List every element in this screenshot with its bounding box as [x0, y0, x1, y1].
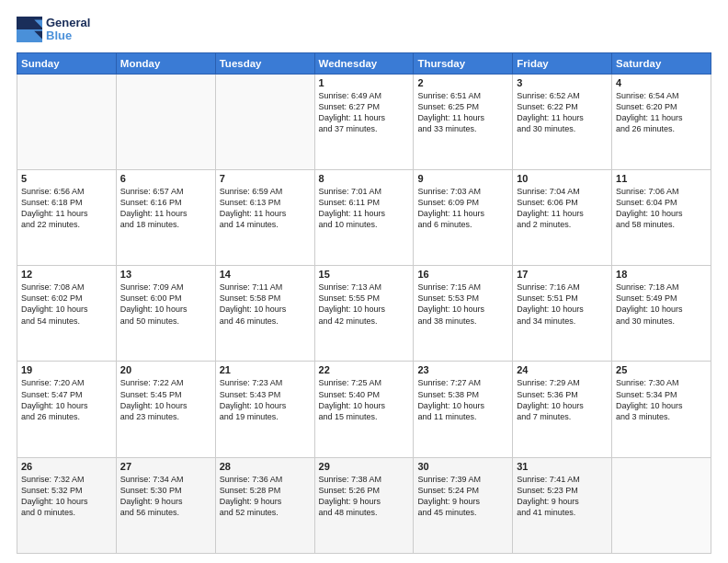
- calendar-week-5: 26Sunrise: 7:32 AM Sunset: 5:32 PM Dayli…: [17, 457, 711, 553]
- calendar-cell: 26Sunrise: 7:32 AM Sunset: 5:32 PM Dayli…: [17, 457, 117, 553]
- calendar-cell: 7Sunrise: 6:59 AM Sunset: 6:13 PM Daylig…: [215, 169, 314, 265]
- column-header-sunday: Sunday: [17, 52, 117, 74]
- day-number: 18: [616, 269, 707, 280]
- cell-content: Sunrise: 7:16 AM Sunset: 5:51 PM Dayligh…: [517, 282, 608, 327]
- calendar-week-2: 5Sunrise: 6:56 AM Sunset: 6:18 PM Daylig…: [17, 169, 711, 265]
- cell-content: Sunrise: 7:08 AM Sunset: 6:02 PM Dayligh…: [21, 282, 112, 327]
- calendar-cell: 19Sunrise: 7:20 AM Sunset: 5:47 PM Dayli…: [17, 362, 117, 457]
- cell-content: Sunrise: 7:39 AM Sunset: 5:24 PM Dayligh…: [417, 474, 508, 519]
- calendar-cell: 8Sunrise: 7:01 AM Sunset: 6:11 PM Daylig…: [314, 169, 414, 265]
- cell-content: Sunrise: 7:01 AM Sunset: 6:11 PM Dayligh…: [319, 186, 410, 231]
- calendar-cell: [612, 457, 711, 553]
- cell-content: Sunrise: 6:52 AM Sunset: 6:22 PM Dayligh…: [517, 90, 608, 135]
- day-number: 25: [616, 364, 707, 375]
- calendar-cell: [17, 74, 117, 169]
- calendar-cell: 27Sunrise: 7:34 AM Sunset: 5:30 PM Dayli…: [116, 457, 215, 553]
- calendar-cell: 21Sunrise: 7:23 AM Sunset: 5:43 PM Dayli…: [215, 362, 314, 457]
- calendar-cell: 15Sunrise: 7:13 AM Sunset: 5:55 PM Dayli…: [314, 266, 414, 362]
- calendar-cell: 31Sunrise: 7:41 AM Sunset: 5:23 PM Dayli…: [513, 457, 612, 553]
- day-number: 2: [417, 77, 508, 88]
- calendar-cell: 14Sunrise: 7:11 AM Sunset: 5:58 PM Dayli…: [215, 266, 314, 362]
- cell-content: Sunrise: 7:30 AM Sunset: 5:34 PM Dayligh…: [616, 377, 707, 422]
- calendar-table: SundayMondayTuesdayWednesdayThursdayFrid…: [17, 52, 711, 554]
- calendar-cell: 16Sunrise: 7:15 AM Sunset: 5:53 PM Dayli…: [414, 266, 513, 362]
- day-number: 1: [319, 77, 410, 88]
- calendar-cell: 25Sunrise: 7:30 AM Sunset: 5:34 PM Dayli…: [612, 362, 711, 457]
- cell-content: Sunrise: 6:56 AM Sunset: 6:18 PM Dayligh…: [21, 186, 112, 231]
- logo-text: General Blue: [46, 17, 90, 43]
- day-number: 17: [517, 269, 608, 280]
- column-header-friday: Friday: [513, 52, 612, 74]
- cell-content: Sunrise: 7:22 AM Sunset: 5:45 PM Dayligh…: [120, 377, 211, 422]
- column-header-saturday: Saturday: [612, 52, 711, 74]
- day-number: 27: [120, 461, 211, 472]
- logo: General Blue: [17, 17, 90, 43]
- calendar-week-3: 12Sunrise: 7:08 AM Sunset: 6:02 PM Dayli…: [17, 266, 711, 362]
- cell-content: Sunrise: 6:49 AM Sunset: 6:27 PM Dayligh…: [319, 90, 410, 135]
- day-number: 28: [220, 461, 311, 472]
- day-number: 10: [517, 173, 608, 184]
- day-number: 8: [319, 173, 410, 184]
- day-number: 30: [417, 461, 508, 472]
- calendar-cell: 6Sunrise: 6:57 AM Sunset: 6:16 PM Daylig…: [116, 169, 215, 265]
- cell-content: Sunrise: 7:03 AM Sunset: 6:09 PM Dayligh…: [417, 186, 508, 231]
- calendar-cell: 5Sunrise: 6:56 AM Sunset: 6:18 PM Daylig…: [17, 169, 117, 265]
- calendar-cell: 9Sunrise: 7:03 AM Sunset: 6:09 PM Daylig…: [414, 169, 513, 265]
- column-header-tuesday: Tuesday: [215, 52, 314, 74]
- cell-content: Sunrise: 7:06 AM Sunset: 6:04 PM Dayligh…: [616, 186, 707, 231]
- day-number: 13: [120, 269, 211, 280]
- cell-content: Sunrise: 6:57 AM Sunset: 6:16 PM Dayligh…: [120, 186, 211, 231]
- day-number: 5: [21, 173, 112, 184]
- day-number: 9: [417, 173, 508, 184]
- calendar-cell: 24Sunrise: 7:29 AM Sunset: 5:36 PM Dayli…: [513, 362, 612, 457]
- cell-content: Sunrise: 6:51 AM Sunset: 6:25 PM Dayligh…: [417, 90, 508, 135]
- column-header-thursday: Thursday: [414, 52, 513, 74]
- calendar-cell: 13Sunrise: 7:09 AM Sunset: 6:00 PM Dayli…: [116, 266, 215, 362]
- day-number: 21: [220, 364, 311, 375]
- day-number: 29: [319, 461, 410, 472]
- calendar-cell: 17Sunrise: 7:16 AM Sunset: 5:51 PM Dayli…: [513, 266, 612, 362]
- cell-content: Sunrise: 7:09 AM Sunset: 6:00 PM Dayligh…: [120, 282, 211, 327]
- cell-content: Sunrise: 7:25 AM Sunset: 5:40 PM Dayligh…: [319, 377, 410, 422]
- calendar-cell: 22Sunrise: 7:25 AM Sunset: 5:40 PM Dayli…: [314, 362, 414, 457]
- day-number: 15: [319, 269, 410, 280]
- cell-content: Sunrise: 7:27 AM Sunset: 5:38 PM Dayligh…: [417, 377, 508, 422]
- day-number: 19: [21, 364, 112, 375]
- calendar-cell: 10Sunrise: 7:04 AM Sunset: 6:06 PM Dayli…: [513, 169, 612, 265]
- calendar-cell: 23Sunrise: 7:27 AM Sunset: 5:38 PM Dayli…: [414, 362, 513, 457]
- cell-content: Sunrise: 7:34 AM Sunset: 5:30 PM Dayligh…: [120, 474, 211, 519]
- cell-content: Sunrise: 6:54 AM Sunset: 6:20 PM Dayligh…: [616, 90, 707, 135]
- cell-content: Sunrise: 7:20 AM Sunset: 5:47 PM Dayligh…: [21, 377, 112, 422]
- day-number: 24: [517, 364, 608, 375]
- cell-content: Sunrise: 7:23 AM Sunset: 5:43 PM Dayligh…: [220, 377, 311, 422]
- cell-content: Sunrise: 7:11 AM Sunset: 5:58 PM Dayligh…: [220, 282, 311, 327]
- cell-content: Sunrise: 7:04 AM Sunset: 6:06 PM Dayligh…: [517, 186, 608, 231]
- day-number: 4: [616, 77, 707, 88]
- cell-content: Sunrise: 7:38 AM Sunset: 5:26 PM Dayligh…: [319, 474, 410, 519]
- day-number: 20: [120, 364, 211, 375]
- column-header-wednesday: Wednesday: [314, 52, 414, 74]
- cell-content: Sunrise: 7:18 AM Sunset: 5:49 PM Dayligh…: [616, 282, 707, 327]
- day-number: 12: [21, 269, 112, 280]
- calendar-cell: 29Sunrise: 7:38 AM Sunset: 5:26 PM Dayli…: [314, 457, 414, 553]
- day-number: 22: [319, 364, 410, 375]
- logo-icon: [17, 17, 42, 42]
- day-number: 16: [417, 269, 508, 280]
- cell-content: Sunrise: 7:15 AM Sunset: 5:53 PM Dayligh…: [417, 282, 508, 327]
- calendar-cell: 28Sunrise: 7:36 AM Sunset: 5:28 PM Dayli…: [215, 457, 314, 553]
- calendar-cell: 11Sunrise: 7:06 AM Sunset: 6:04 PM Dayli…: [612, 169, 711, 265]
- day-number: 11: [616, 173, 707, 184]
- header: General Blue: [17, 17, 711, 43]
- day-number: 23: [417, 364, 508, 375]
- day-number: 26: [21, 461, 112, 472]
- calendar-cell: 2Sunrise: 6:51 AM Sunset: 6:25 PM Daylig…: [414, 74, 513, 169]
- day-number: 6: [120, 173, 211, 184]
- calendar-cell: 30Sunrise: 7:39 AM Sunset: 5:24 PM Dayli…: [414, 457, 513, 553]
- calendar-week-1: 1Sunrise: 6:49 AM Sunset: 6:27 PM Daylig…: [17, 74, 711, 169]
- calendar-header-row: SundayMondayTuesdayWednesdayThursdayFrid…: [17, 52, 711, 74]
- calendar-cell: 20Sunrise: 7:22 AM Sunset: 5:45 PM Dayli…: [116, 362, 215, 457]
- day-number: 7: [220, 173, 311, 184]
- cell-content: Sunrise: 7:41 AM Sunset: 5:23 PM Dayligh…: [517, 474, 608, 519]
- day-number: 31: [517, 461, 608, 472]
- calendar-cell: 3Sunrise: 6:52 AM Sunset: 6:22 PM Daylig…: [513, 74, 612, 169]
